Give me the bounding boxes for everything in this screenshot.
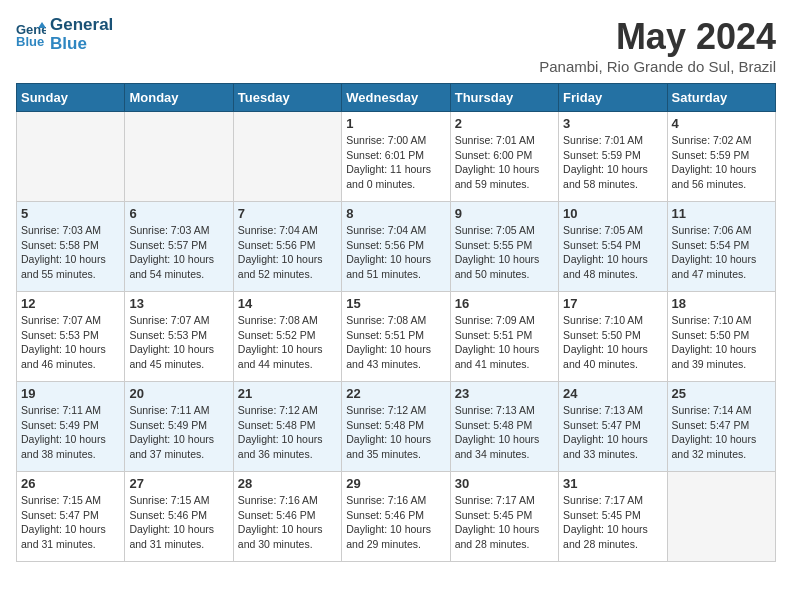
calendar-cell: 16Sunrise: 7:09 AMSunset: 5:51 PMDayligh… (450, 292, 558, 382)
day-info: Sunrise: 7:08 AMSunset: 5:51 PMDaylight:… (346, 313, 445, 372)
logo-line1: General (50, 16, 113, 35)
day-info: Sunrise: 7:12 AMSunset: 5:48 PMDaylight:… (346, 403, 445, 462)
day-number: 2 (455, 116, 554, 131)
calendar-cell: 7Sunrise: 7:04 AMSunset: 5:56 PMDaylight… (233, 202, 341, 292)
day-number: 21 (238, 386, 337, 401)
calendar-cell: 9Sunrise: 7:05 AMSunset: 5:55 PMDaylight… (450, 202, 558, 292)
logo: General Blue General Blue (16, 16, 113, 53)
day-number: 16 (455, 296, 554, 311)
weekday-header: Monday (125, 84, 233, 112)
day-info: Sunrise: 7:06 AMSunset: 5:54 PMDaylight:… (672, 223, 771, 282)
calendar-cell: 19Sunrise: 7:11 AMSunset: 5:49 PMDayligh… (17, 382, 125, 472)
day-number: 26 (21, 476, 120, 491)
day-number: 19 (21, 386, 120, 401)
calendar-cell: 29Sunrise: 7:16 AMSunset: 5:46 PMDayligh… (342, 472, 450, 562)
day-info: Sunrise: 7:03 AMSunset: 5:57 PMDaylight:… (129, 223, 228, 282)
day-number: 15 (346, 296, 445, 311)
logo-line2: Blue (50, 35, 113, 54)
calendar-cell: 15Sunrise: 7:08 AMSunset: 5:51 PMDayligh… (342, 292, 450, 382)
calendar-cell: 5Sunrise: 7:03 AMSunset: 5:58 PMDaylight… (17, 202, 125, 292)
day-info: Sunrise: 7:12 AMSunset: 5:48 PMDaylight:… (238, 403, 337, 462)
calendar-cell: 26Sunrise: 7:15 AMSunset: 5:47 PMDayligh… (17, 472, 125, 562)
day-info: Sunrise: 7:08 AMSunset: 5:52 PMDaylight:… (238, 313, 337, 372)
calendar-cell: 12Sunrise: 7:07 AMSunset: 5:53 PMDayligh… (17, 292, 125, 382)
day-number: 22 (346, 386, 445, 401)
day-info: Sunrise: 7:04 AMSunset: 5:56 PMDaylight:… (346, 223, 445, 282)
day-number: 5 (21, 206, 120, 221)
day-number: 17 (563, 296, 662, 311)
page: General Blue General Blue May 2024 Panam… (0, 0, 792, 578)
calendar-cell: 30Sunrise: 7:17 AMSunset: 5:45 PMDayligh… (450, 472, 558, 562)
calendar-cell: 2Sunrise: 7:01 AMSunset: 6:00 PMDaylight… (450, 112, 558, 202)
header: General Blue General Blue May 2024 Panam… (16, 16, 776, 75)
calendar-cell: 6Sunrise: 7:03 AMSunset: 5:57 PMDaylight… (125, 202, 233, 292)
weekday-header: Tuesday (233, 84, 341, 112)
weekday-header: Wednesday (342, 84, 450, 112)
day-number: 20 (129, 386, 228, 401)
day-info: Sunrise: 7:07 AMSunset: 5:53 PMDaylight:… (21, 313, 120, 372)
calendar-cell (17, 112, 125, 202)
day-number: 14 (238, 296, 337, 311)
day-number: 1 (346, 116, 445, 131)
calendar-cell: 31Sunrise: 7:17 AMSunset: 5:45 PMDayligh… (559, 472, 667, 562)
weekday-header: Saturday (667, 84, 775, 112)
calendar-cell: 24Sunrise: 7:13 AMSunset: 5:47 PMDayligh… (559, 382, 667, 472)
calendar-cell: 18Sunrise: 7:10 AMSunset: 5:50 PMDayligh… (667, 292, 775, 382)
day-info: Sunrise: 7:13 AMSunset: 5:48 PMDaylight:… (455, 403, 554, 462)
day-number: 9 (455, 206, 554, 221)
logo-icon: General Blue (16, 20, 46, 50)
calendar-cell: 21Sunrise: 7:12 AMSunset: 5:48 PMDayligh… (233, 382, 341, 472)
calendar-cell: 28Sunrise: 7:16 AMSunset: 5:46 PMDayligh… (233, 472, 341, 562)
day-info: Sunrise: 7:11 AMSunset: 5:49 PMDaylight:… (129, 403, 228, 462)
month-title: May 2024 (539, 16, 776, 58)
calendar-cell: 13Sunrise: 7:07 AMSunset: 5:53 PMDayligh… (125, 292, 233, 382)
day-number: 18 (672, 296, 771, 311)
calendar-cell: 25Sunrise: 7:14 AMSunset: 5:47 PMDayligh… (667, 382, 775, 472)
day-number: 30 (455, 476, 554, 491)
header-row: SundayMondayTuesdayWednesdayThursdayFrid… (17, 84, 776, 112)
day-number: 27 (129, 476, 228, 491)
day-number: 25 (672, 386, 771, 401)
day-info: Sunrise: 7:15 AMSunset: 5:46 PMDaylight:… (129, 493, 228, 552)
day-number: 13 (129, 296, 228, 311)
day-info: Sunrise: 7:01 AMSunset: 5:59 PMDaylight:… (563, 133, 662, 192)
calendar-cell: 14Sunrise: 7:08 AMSunset: 5:52 PMDayligh… (233, 292, 341, 382)
day-info: Sunrise: 7:17 AMSunset: 5:45 PMDaylight:… (455, 493, 554, 552)
day-info: Sunrise: 7:10 AMSunset: 5:50 PMDaylight:… (563, 313, 662, 372)
day-info: Sunrise: 7:03 AMSunset: 5:58 PMDaylight:… (21, 223, 120, 282)
day-number: 7 (238, 206, 337, 221)
day-number: 12 (21, 296, 120, 311)
day-number: 23 (455, 386, 554, 401)
day-info: Sunrise: 7:11 AMSunset: 5:49 PMDaylight:… (21, 403, 120, 462)
calendar-cell: 10Sunrise: 7:05 AMSunset: 5:54 PMDayligh… (559, 202, 667, 292)
calendar-cell (667, 472, 775, 562)
svg-text:Blue: Blue (16, 34, 44, 49)
calendar-cell: 22Sunrise: 7:12 AMSunset: 5:48 PMDayligh… (342, 382, 450, 472)
day-number: 10 (563, 206, 662, 221)
day-info: Sunrise: 7:00 AMSunset: 6:01 PMDaylight:… (346, 133, 445, 192)
weekday-header: Friday (559, 84, 667, 112)
location: Panambi, Rio Grande do Sul, Brazil (539, 58, 776, 75)
day-number: 8 (346, 206, 445, 221)
day-number: 24 (563, 386, 662, 401)
day-number: 11 (672, 206, 771, 221)
calendar-cell: 1Sunrise: 7:00 AMSunset: 6:01 PMDaylight… (342, 112, 450, 202)
calendar-cell: 27Sunrise: 7:15 AMSunset: 5:46 PMDayligh… (125, 472, 233, 562)
day-number: 29 (346, 476, 445, 491)
day-info: Sunrise: 7:07 AMSunset: 5:53 PMDaylight:… (129, 313, 228, 372)
calendar-cell: 4Sunrise: 7:02 AMSunset: 5:59 PMDaylight… (667, 112, 775, 202)
weekday-header: Thursday (450, 84, 558, 112)
day-info: Sunrise: 7:09 AMSunset: 5:51 PMDaylight:… (455, 313, 554, 372)
calendar-table: SundayMondayTuesdayWednesdayThursdayFrid… (16, 83, 776, 562)
day-info: Sunrise: 7:02 AMSunset: 5:59 PMDaylight:… (672, 133, 771, 192)
day-info: Sunrise: 7:13 AMSunset: 5:47 PMDaylight:… (563, 403, 662, 462)
day-info: Sunrise: 7:15 AMSunset: 5:47 PMDaylight:… (21, 493, 120, 552)
day-info: Sunrise: 7:05 AMSunset: 5:55 PMDaylight:… (455, 223, 554, 282)
day-info: Sunrise: 7:16 AMSunset: 5:46 PMDaylight:… (346, 493, 445, 552)
day-info: Sunrise: 7:17 AMSunset: 5:45 PMDaylight:… (563, 493, 662, 552)
calendar-cell (125, 112, 233, 202)
day-number: 4 (672, 116, 771, 131)
day-info: Sunrise: 7:01 AMSunset: 6:00 PMDaylight:… (455, 133, 554, 192)
calendar-cell: 8Sunrise: 7:04 AMSunset: 5:56 PMDaylight… (342, 202, 450, 292)
calendar-cell (233, 112, 341, 202)
